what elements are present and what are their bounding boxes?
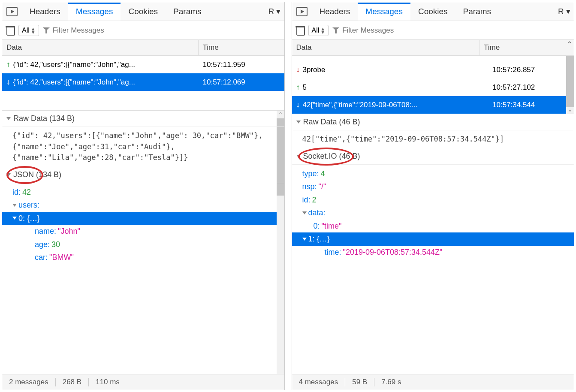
raw-data-content: {"id": 42,"users":[{"name":"John","age":… xyxy=(2,127,284,167)
filter-input-wrap xyxy=(42,26,281,35)
scrollbar[interactable]: ⌄ xyxy=(566,56,574,114)
tab-r-dropdown[interactable]: R ▾ xyxy=(260,2,284,21)
collapse-icon xyxy=(6,117,11,120)
arrow-down-icon: ↓ xyxy=(6,78,10,87)
scrollbar[interactable]: ⌃ xyxy=(277,111,284,374)
collapse-icon xyxy=(12,217,17,220)
tree-row[interactable]: time: "2019-09-06T08:57:34.544Z" xyxy=(302,246,564,259)
raw-data-content: 42["time",{"time":"2019-09-06T08:57:34.5… xyxy=(292,130,574,148)
json-section-header[interactable]: JSON (134 B) xyxy=(2,167,284,183)
play-icon[interactable] xyxy=(6,7,18,16)
status-count: 2 messages xyxy=(2,378,56,386)
all-filter-label: All xyxy=(312,27,320,34)
collapse-icon xyxy=(6,173,11,176)
tree-row[interactable]: type: 4 xyxy=(302,167,564,181)
tree-row[interactable]: data: xyxy=(302,206,564,220)
message-list-header: Data Time ⌃ xyxy=(292,40,574,56)
collapse-icon xyxy=(296,121,301,124)
arrow-up-icon: ↑ xyxy=(296,83,300,92)
message-row[interactable]: ↓ 3probe 10:57:26.857 xyxy=(292,61,574,78)
message-time: 10:57:11.959 xyxy=(203,60,280,69)
arrow-down-icon: ↓ xyxy=(296,65,300,74)
filter-messages-input[interactable] xyxy=(342,26,570,35)
tree-row[interactable]: users: xyxy=(12,199,274,212)
tab-bar: Headers Messages Cookies Params R ▾ xyxy=(2,2,284,21)
trash-icon[interactable] xyxy=(296,25,305,36)
tab-headers[interactable]: Headers xyxy=(22,3,68,21)
arrow-up-icon: ↑ xyxy=(6,60,10,69)
all-filter-select[interactable]: All ▲▼ xyxy=(18,25,39,36)
tab-messages[interactable]: Messages xyxy=(358,3,410,21)
json-section-label: JSON (134 B) xyxy=(13,170,61,179)
raw-data-header[interactable]: Raw Data (46 B) xyxy=(292,114,574,130)
column-time-header[interactable]: Time xyxy=(199,40,284,55)
tab-cookies[interactable]: Cookies xyxy=(121,3,166,21)
tree-row[interactable]: id: 2 xyxy=(302,193,564,207)
trash-icon[interactable] xyxy=(6,25,15,36)
tab-headers[interactable]: Headers xyxy=(312,3,358,21)
message-row[interactable]: ↑ 5 10:57:27.102 xyxy=(292,78,574,96)
tree-row[interactable]: 0: {…} xyxy=(2,212,284,225)
scroll-down-icon[interactable]: ⌄ xyxy=(566,106,574,114)
message-data: 42["time",{"time":"2019-09-06T08:... xyxy=(303,101,493,109)
raw-data-label: Raw Data (134 B) xyxy=(13,114,75,123)
tab-params[interactable]: Params xyxy=(455,3,499,21)
status-size: 59 B xyxy=(345,378,374,386)
play-icon[interactable] xyxy=(296,7,308,16)
socketio-section-header[interactable]: Socket.IO (46 B) xyxy=(292,148,574,165)
funnel-icon xyxy=(42,27,50,34)
message-time: 10:57:26.857 xyxy=(492,66,570,74)
message-data: 5 xyxy=(303,83,493,92)
message-data: 3probe xyxy=(303,66,493,74)
column-data-header[interactable]: Data xyxy=(2,40,199,55)
collapse-icon xyxy=(296,155,301,158)
socketio-section-label: Socket.IO (46 B) xyxy=(303,152,360,161)
all-filter-select[interactable]: All ▲▼ xyxy=(308,25,329,36)
status-duration: 110 ms xyxy=(89,378,127,386)
right-panel: Headers Messages Cookies Params R ▾ All … xyxy=(292,2,575,390)
scroll-thumb[interactable] xyxy=(566,56,574,107)
message-time: 10:57:34.544 xyxy=(492,101,570,109)
status-bar: 4 messages 59 B 7.69 s xyxy=(292,374,574,390)
column-data-header[interactable]: Data xyxy=(292,40,480,55)
status-duration: 7.69 s xyxy=(374,378,408,386)
detail-section: Raw Data (46 B) 42["time",{"time":"2019-… xyxy=(292,114,574,374)
scroll-thumb[interactable] xyxy=(277,118,284,196)
sort-carets-icon: ▲▼ xyxy=(320,27,325,34)
tree-row[interactable]: 0: "time" xyxy=(302,220,564,233)
column-time-header[interactable]: Time xyxy=(479,40,565,55)
filter-input-wrap xyxy=(332,26,570,35)
message-list-header: Data Time xyxy=(2,40,284,56)
filter-messages-input[interactable] xyxy=(53,26,281,35)
funnel-icon xyxy=(332,27,340,34)
tab-params[interactable]: Params xyxy=(166,3,209,21)
message-time: 10:57:12.069 xyxy=(203,78,280,87)
detail-section: ⌃ Raw Data (134 B) {"id": 42,"users":[{"… xyxy=(2,110,284,374)
tab-bar: Headers Messages Cookies Params R ▾ xyxy=(292,2,574,21)
tree-row[interactable]: 1: {…} xyxy=(292,232,574,246)
tab-r-dropdown[interactable]: R ▾ xyxy=(550,2,574,21)
all-filter-label: All xyxy=(22,27,30,34)
status-bar: 2 messages 268 B 110 ms xyxy=(2,374,284,390)
message-data: {"id": 42,"users":[{"name":"John","ag... xyxy=(13,60,203,69)
scroll-up-icon[interactable]: ⌃ xyxy=(565,40,574,55)
left-panel: Headers Messages Cookies Params R ▾ All … xyxy=(2,2,285,390)
tree-row[interactable]: id: 42 xyxy=(12,186,274,199)
message-row[interactable]: ↓ 42["time",{"time":"2019-09-06T08:... 1… xyxy=(292,96,574,114)
message-list: ↑ {"id": 42,"users":[{"name":"John","ag.… xyxy=(2,56,284,110)
raw-data-header[interactable]: Raw Data (134 B) xyxy=(2,111,284,127)
message-list: ⌄ ↓ 3probe 10:57:26.857 ↑ 5 10:57:27.102… xyxy=(292,56,574,114)
collapse-icon xyxy=(302,211,307,214)
message-row[interactable]: ↓ {"id": 42,"users":[{"name":"John","ag.… xyxy=(2,73,284,91)
tab-cookies[interactable]: Cookies xyxy=(410,3,455,21)
tree-row[interactable]: nsp: "/" xyxy=(302,180,564,193)
tree-row[interactable]: car: "BMW" xyxy=(12,251,274,264)
tree-row[interactable]: age: 30 xyxy=(12,238,274,251)
collapse-icon xyxy=(12,204,17,207)
status-size: 268 B xyxy=(56,378,89,386)
tab-messages[interactable]: Messages xyxy=(68,3,121,21)
collapse-icon xyxy=(302,238,307,241)
tree-row[interactable]: name: "John" xyxy=(12,225,274,238)
message-row[interactable]: ↑ {"id": 42,"users":[{"name":"John","ag.… xyxy=(2,56,284,73)
json-tree: id: 42 users: 0: {…} name: "John" age: 3… xyxy=(2,183,284,267)
